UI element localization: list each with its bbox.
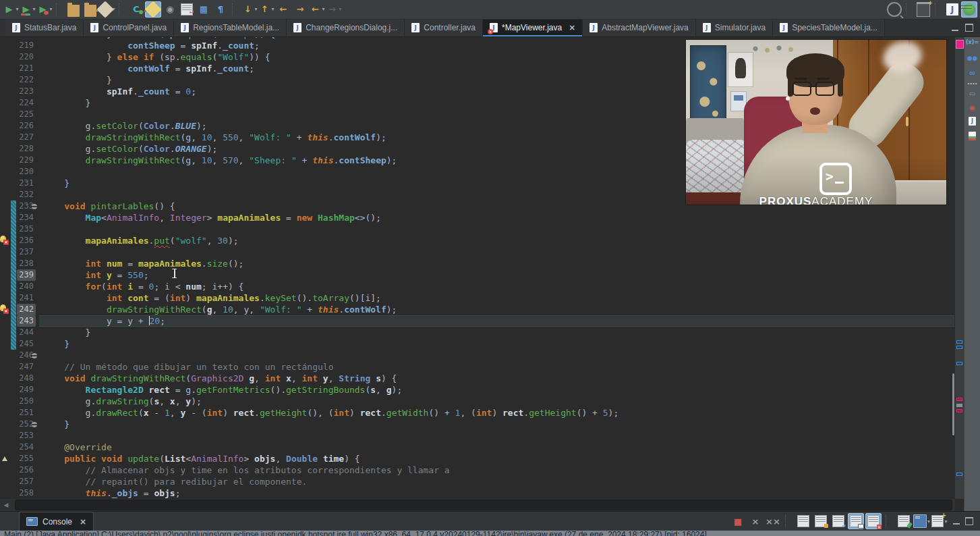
back-button-dropdown[interactable]: ▾ bbox=[322, 6, 324, 12]
gutter-cell[interactable]: 252 bbox=[0, 419, 39, 430]
gutter-cell[interactable]: 223 bbox=[0, 86, 39, 97]
overview-marker-grey[interactable] bbox=[956, 404, 962, 407]
gutter-cell[interactable]: 234 bbox=[0, 212, 39, 223]
gutter-cell[interactable]: 253 bbox=[0, 430, 39, 441]
gutter-cell[interactable]: 231 bbox=[0, 178, 39, 189]
line-number[interactable]: 253 bbox=[19, 430, 34, 441]
line-number[interactable]: 245 bbox=[19, 338, 34, 350]
tab-close-icon[interactable]: × bbox=[569, 23, 575, 32]
gutter-cell[interactable]: 232 bbox=[0, 189, 39, 200]
gutter-cell[interactable]: 250 bbox=[0, 396, 39, 407]
line-number[interactable]: 258 bbox=[19, 487, 34, 499]
screenshot-button[interactable]: ◉ bbox=[162, 1, 178, 18]
overview-marker-top[interactable] bbox=[956, 40, 964, 49]
line-number[interactable]: 243 bbox=[17, 315, 36, 327]
gutter-cell[interactable]: 256 bbox=[0, 464, 39, 476]
line-number[interactable]: 257 bbox=[19, 476, 34, 487]
line-number[interactable]: 236 bbox=[19, 235, 34, 246]
gutter-cell[interactable]: 255 bbox=[0, 453, 39, 464]
gutter-cell[interactable]: 221 bbox=[0, 63, 39, 74]
pen-button[interactable]: ▾ bbox=[99, 1, 115, 18]
line-number[interactable]: 223 bbox=[19, 86, 34, 97]
run-button[interactable]: ▶▾ bbox=[3, 1, 19, 18]
console-minimize-button[interactable] bbox=[953, 518, 960, 525]
editor-tab-statusbarjava[interactable]: JStatusBar.java bbox=[5, 20, 84, 36]
gutter-cell[interactable]: 258 bbox=[0, 487, 39, 499]
line-number[interactable]: 228 bbox=[19, 143, 34, 155]
overview-marker-info-4[interactable] bbox=[956, 473, 962, 476]
gutter-cell[interactable]: 240 bbox=[0, 281, 39, 292]
remove-all-terminated-button[interactable]: ×× bbox=[765, 513, 781, 529]
debug-view-icon[interactable]: ◉ bbox=[964, 103, 980, 112]
line-number[interactable]: 239 bbox=[17, 269, 36, 281]
editor-tab-mapviewerjava[interactable]: J*MapViewer.java× bbox=[483, 20, 583, 36]
gutter-cell[interactable]: 225 bbox=[0, 109, 39, 120]
open-perspective-button[interactable] bbox=[915, 1, 931, 18]
line-number[interactable]: 219 bbox=[19, 40, 34, 51]
gutter-cell[interactable]: 233 bbox=[0, 200, 39, 212]
line-number[interactable]: 250 bbox=[19, 396, 34, 407]
line-number[interactable]: 224 bbox=[19, 97, 34, 109]
gutter-cell[interactable]: 237 bbox=[0, 246, 39, 258]
gutter-cell[interactable]: 230 bbox=[0, 166, 39, 178]
display-console-button[interactable]: ▾ bbox=[913, 513, 930, 529]
error-marker-icon[interactable] bbox=[0, 304, 10, 315]
editor-tab-changeregionsdialogj[interactable]: JChangeRegionsDialog.j... bbox=[287, 20, 405, 36]
line-number[interactable]: 234 bbox=[19, 212, 34, 223]
line-number[interactable]: 235 bbox=[19, 223, 34, 235]
editor-horizontal-scrollbar[interactable]: ◀ bbox=[0, 498, 955, 511]
line-number[interactable]: 229 bbox=[19, 155, 34, 166]
gutter-cell[interactable]: 257 bbox=[0, 476, 39, 487]
line-number[interactable]: 231 bbox=[19, 178, 34, 189]
line-number[interactable]: 244 bbox=[19, 327, 34, 338]
java-perspective-button[interactable]: J bbox=[944, 1, 960, 18]
line-number[interactable]: 226 bbox=[19, 120, 34, 132]
word-wrap-button[interactable] bbox=[830, 513, 846, 529]
gutter-cell[interactable]: 228 bbox=[0, 143, 39, 155]
line-number[interactable]: 222 bbox=[19, 74, 34, 86]
run-button-dropdown[interactable]: ▾ bbox=[16, 6, 18, 12]
console-maximize-button[interactable] bbox=[965, 517, 973, 525]
fold-marker-icon[interactable] bbox=[32, 353, 37, 358]
gutter-cell[interactable]: 239 bbox=[0, 269, 39, 281]
last-edit-back-button[interactable]: ← bbox=[275, 1, 291, 18]
variables-view-icon[interactable]: (x)= bbox=[964, 39, 980, 45]
gutter-cell[interactable]: 235 bbox=[0, 223, 39, 235]
gutter-cell[interactable]: 251 bbox=[0, 407, 39, 419]
show-stderr-button[interactable] bbox=[865, 513, 882, 529]
highlighter-button[interactable] bbox=[145, 1, 161, 18]
show-table-button[interactable]: ▦ bbox=[196, 1, 212, 18]
link-with-editor-button[interactable] bbox=[179, 1, 195, 18]
gutter-cell[interactable]: 236 bbox=[0, 235, 39, 246]
editor-tab-abstractmapviewerjava[interactable]: JAbstractMapViewer.java bbox=[583, 20, 696, 36]
scroll-lock-button[interactable] bbox=[813, 513, 829, 529]
back-button[interactable]: ←▾ bbox=[309, 1, 325, 18]
gutter-cell[interactable]: 222 bbox=[0, 74, 39, 86]
gutter-cell[interactable]: 247 bbox=[0, 361, 39, 373]
error-marker-icon[interactable] bbox=[0, 236, 10, 246]
line-number[interactable]: 251 bbox=[19, 407, 34, 419]
expressions-view-icon[interactable]: ∞ bbox=[964, 68, 980, 78]
forward-button-dropdown[interactable]: ▾ bbox=[339, 6, 341, 12]
line-number[interactable]: 247 bbox=[19, 361, 34, 373]
gutter-cell[interactable]: 229 bbox=[0, 155, 39, 166]
gutter-cell[interactable]: 224 bbox=[0, 97, 39, 109]
breakpoints-view-icon[interactable]: ●● bbox=[964, 55, 980, 61]
console-close-icon[interactable]: × bbox=[80, 517, 86, 527]
fold-marker-icon[interactable] bbox=[32, 204, 37, 209]
gutter-cell[interactable]: 249 bbox=[0, 384, 39, 396]
restore-view-icon[interactable]: ▭ bbox=[964, 90, 980, 97]
gutter-cell[interactable]: 219 bbox=[0, 40, 39, 51]
editor-tab-controllerjava[interactable]: JController.java bbox=[405, 20, 483, 36]
forward-button[interactable]: →▾ bbox=[326, 1, 342, 18]
line-number[interactable]: 256 bbox=[19, 464, 34, 476]
editor-minimize-button[interactable] bbox=[952, 25, 958, 31]
gutter-cell[interactable]: 254 bbox=[0, 441, 39, 453]
line-number[interactable]: 227 bbox=[19, 132, 34, 143]
show-stdout-button[interactable] bbox=[848, 513, 864, 529]
clear-console-button[interactable] bbox=[795, 513, 811, 529]
debug-button-dropdown[interactable]: ▾ bbox=[49, 6, 52, 12]
terminate-button[interactable]: ■ bbox=[730, 513, 746, 529]
line-number[interactable]: 238 bbox=[19, 258, 34, 269]
line-number[interactable]: 242 bbox=[17, 304, 36, 315]
